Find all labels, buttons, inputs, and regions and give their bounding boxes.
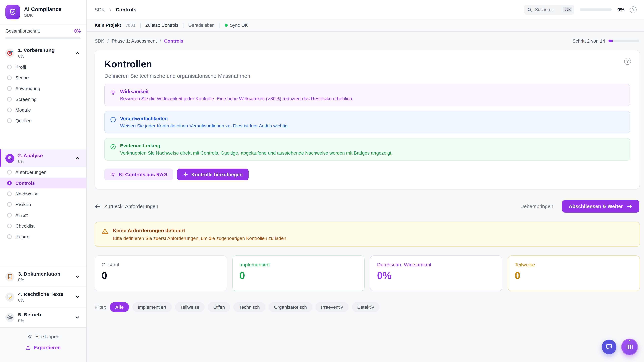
sidebar-section-betrieb[interactable]: 5. Betrieb 0%	[0, 307, 86, 328]
back-link[interactable]: Zurueck: Anforderungen	[94, 203, 158, 209]
sidebar-item-checklist[interactable]: Checklist	[0, 221, 86, 231]
finish-next-button[interactable]: Abschliessen & Weiter	[562, 200, 639, 213]
sidebar-item-label: Profil	[16, 64, 26, 70]
help-icon[interactable]: ?	[630, 6, 636, 13]
sidebar-section-rechtliche-texte[interactable]: 4. Rechtliche Texte 0%	[0, 287, 86, 307]
page-content: SDK / Phase 1: Assessment / Controls Sch…	[86, 31, 644, 362]
stat-value: 0	[102, 270, 220, 281]
tip-title: Evidence-Linking	[120, 143, 392, 148]
sidebar-footer: Einklappen Exportieren	[0, 328, 86, 362]
filter-chip-teilweise[interactable]: Teilweise	[175, 302, 205, 312]
section-title: 2. Analyse	[18, 152, 43, 158]
sidebar-item-label: Quellen	[16, 118, 32, 123]
gear-icon	[5, 313, 14, 322]
filter-chip-praeventiv[interactable]: Praeventiv	[316, 302, 348, 312]
check-circle-icon	[110, 144, 116, 150]
chevron-right-icon	[108, 7, 113, 12]
filter-chip-implementiert[interactable]: Implementiert	[132, 302, 172, 312]
lightbulb-icon	[110, 172, 116, 177]
ki-controls-rag-button[interactable]: KI-Controls aus RAG	[104, 169, 173, 180]
search-shortcut-kbd: ⌘K	[563, 7, 572, 12]
sidebar-item-anwendung[interactable]: Anwendung	[0, 83, 86, 94]
export-button[interactable]: Exportieren	[5, 345, 81, 350]
filter-chip-technisch[interactable]: Technisch	[234, 302, 265, 312]
breadcrumb-phase[interactable]: Phase 1: Assessment	[112, 38, 157, 43]
tip-wirksamkeit: Wirksamkeit Bewerten Sie die Wirksamkeit…	[104, 84, 630, 106]
stat-card-gesamt: Gesamt 0	[94, 255, 227, 291]
app-subtitle: SDK	[24, 13, 62, 18]
sidebar-item-label: Report	[16, 234, 30, 239]
sidebar-item-profil[interactable]: Profil	[0, 62, 86, 72]
top-bar: SDK Controls Suchen... ⌘K 0% ?	[86, 0, 644, 19]
card-actions: KI-Controls aus RAG Kontrolle hinzufuege…	[104, 169, 630, 180]
radio-icon	[7, 75, 12, 80]
sidebar-item-controls[interactable]: Controls	[0, 178, 86, 188]
search-input[interactable]: Suchen... ⌘K	[524, 4, 574, 14]
breadcrumb-sdk[interactable]: SDK	[94, 38, 104, 43]
collapse-label: Einklappen	[35, 334, 59, 339]
sidebar-item-risiken[interactable]: Risiken	[0, 199, 86, 210]
filter-chip-offen[interactable]: Offen	[208, 302, 230, 312]
collapse-sidebar-button[interactable]: Einklappen	[5, 334, 81, 339]
stat-card-implementiert: Implementiert 0	[232, 255, 364, 291]
sidebar-section-vorbereitung[interactable]: 1. Vorbereitung 0%	[0, 44, 86, 62]
stat-label: Durchschn. Wirksamkeit	[377, 262, 495, 268]
sidebar-item-label: AI Act	[16, 213, 28, 218]
magnifier-icon	[5, 154, 14, 163]
breadcrumb-current: Controls	[116, 7, 136, 12]
wizard-nav-row: Zurueck: Anforderungen Ueberspringen Abs…	[94, 200, 640, 213]
breadcrumb-root[interactable]: SDK	[94, 7, 105, 12]
chevron-up-icon	[75, 50, 80, 56]
sidebar-item-report[interactable]: Report	[0, 231, 86, 242]
sidebar-item-nachweise[interactable]: Nachweise	[0, 188, 86, 199]
export-label: Exportieren	[34, 345, 60, 350]
section-title: 1. Vorbereitung	[18, 47, 55, 53]
tip-text: Weisen Sie jeder Kontrolle einen Verantw…	[120, 123, 289, 128]
skip-button[interactable]: Ueberspringen	[520, 203, 553, 209]
radio-icon	[7, 202, 12, 207]
section-percent: 0%	[18, 278, 71, 282]
overall-progress-bar	[5, 37, 81, 39]
tip-title: Verantwortlichkeiten	[120, 116, 289, 121]
sidebar-item-label: Controls	[16, 180, 35, 186]
section-percent: 0%	[18, 319, 71, 323]
stat-value: 0%	[377, 270, 495, 281]
shield-check-logo-icon	[5, 5, 20, 19]
radio-icon	[7, 191, 12, 196]
radio-icon	[7, 213, 12, 218]
radio-icon	[7, 97, 12, 102]
sidebar: AI Compliance SDK Gesamtfortschritt 0% 1…	[0, 0, 86, 362]
overall-progress: Gesamtfortschritt 0%	[0, 24, 86, 44]
chevron-down-icon	[75, 294, 80, 300]
sidebar-item-module[interactable]: Module	[0, 105, 86, 115]
filter-chip-alle[interactable]: Alle	[110, 302, 129, 312]
add-control-label: Kontrolle hinzufuegen	[191, 172, 242, 177]
version-badge: V001	[126, 23, 136, 28]
sidebar-item-ai-act[interactable]: AI Act	[0, 210, 86, 221]
sidebar-section-analyse[interactable]: 2. Analyse 0%	[0, 149, 86, 167]
stat-value: 0	[239, 270, 358, 281]
help-icon[interactable]: ?	[624, 58, 631, 65]
kanban-fab-button[interactable]	[621, 339, 638, 355]
sidebar-item-anforderungen[interactable]: Anforderungen	[0, 167, 86, 178]
sync-status: Sync OK	[224, 23, 248, 28]
sidebar-item-label: Anforderungen	[16, 170, 46, 175]
notch-dot-icon	[629, 340, 630, 341]
back-label: Zurueck: Anforderungen	[104, 203, 158, 209]
filter-chip-organisatorisch[interactable]: Organisatorisch	[268, 302, 312, 312]
sidebar-item-scope[interactable]: Scope	[0, 72, 86, 83]
stat-card-wirksamkeit: Durchschn. Wirksamkeit 0%	[370, 255, 502, 291]
chat-fab-button[interactable]	[602, 340, 616, 354]
sidebar-section-dokumentation[interactable]: 3. Dokumentation 0%	[0, 266, 86, 287]
radio-icon	[7, 170, 12, 175]
step-progress-bar	[608, 39, 639, 42]
arrow-left-icon	[94, 204, 100, 209]
sidebar-item-quellen[interactable]: Quellen	[0, 115, 86, 126]
radio-selected-icon	[7, 181, 12, 185]
sidebar-item-screening[interactable]: Screening	[0, 94, 86, 105]
tip-text: Bewerten Sie die Wirksamkeit jeder Kontr…	[120, 96, 353, 101]
add-control-button[interactable]: Kontrolle hinzufuegen	[177, 169, 248, 180]
filter-chip-detektiv[interactable]: Detektiv	[352, 302, 380, 312]
warning-text: Bitte definieren Sie zuerst Anforderunge…	[113, 236, 288, 241]
chevron-up-icon	[75, 156, 80, 161]
